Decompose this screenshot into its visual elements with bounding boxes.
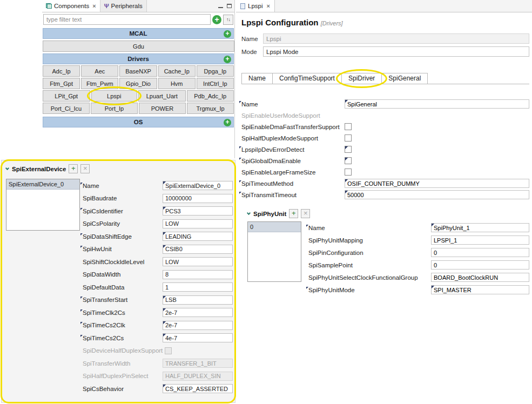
filter-row: + ↑↓ (42, 12, 234, 26)
tab-components[interactable]: Components × (42, 0, 100, 12)
spiphyunit-name-field[interactable] (431, 223, 529, 232)
list-item[interactable]: 0 (248, 222, 301, 232)
maximize-icon[interactable] (227, 4, 232, 8)
spiphyunit-header: SpiPhyUnit + × (247, 209, 529, 218)
minimize-icon[interactable] (218, 4, 223, 8)
component-port-ci-icu-button[interactable]: Port_Ci_Icu (43, 103, 90, 114)
spidefaultdata-field[interactable] (163, 282, 233, 292)
spicspolarity-field[interactable] (163, 219, 233, 228)
component-intctrl-ip-button[interactable]: IntCtrl_Ip (197, 78, 234, 89)
filter-input[interactable] (43, 14, 211, 25)
chevron-down-icon[interactable] (247, 211, 251, 214)
spiglobaldmaenable-checkbox[interactable] (345, 157, 352, 164)
tab-peripherals-label: Peripherals (111, 3, 143, 9)
component-hvm-button[interactable]: Hvm (158, 78, 196, 89)
editor-tab-lpspi[interactable]: Lpspi × (236, 0, 275, 12)
spicsbehavior-field[interactable] (163, 384, 233, 393)
name-field (263, 33, 529, 44)
remove-spiphyunit-button[interactable]: × (301, 209, 310, 218)
subtab-name-label: Name (248, 75, 266, 82)
category-os-label: OS (134, 119, 143, 125)
component-lpuart-uart-button[interactable]: Lpuart_Uart (138, 90, 186, 102)
spidatashiftedge-field[interactable] (163, 232, 233, 241)
chevron-down-icon[interactable] (5, 166, 9, 170)
lpspi-editor: Lpspi × Lpspi Configuration [Drivers] Na… (236, 0, 532, 404)
spihwunit-field[interactable] (163, 245, 233, 254)
spihalfduplexpinselect-field (163, 372, 233, 381)
sort-icon[interactable]: ↑↓ (223, 15, 233, 25)
add-icon[interactable]: + (224, 119, 231, 126)
name-field[interactable] (163, 181, 233, 190)
add-component-icon[interactable]: + (212, 15, 221, 24)
component-dpga-ip-button[interactable]: Dpga_Ip (197, 65, 234, 77)
spipinconfiguration-field[interactable] (431, 248, 529, 257)
component-gdu-button[interactable]: Gdu (43, 41, 234, 52)
spigeneral-form: Name SpiEnableUserModeSupport SpiEnableD… (241, 98, 529, 200)
spihalfduplexmodesupport-checkbox[interactable] (345, 134, 352, 142)
spitimeoutmethod-field[interactable] (345, 179, 529, 188)
component-ftm-pwm-button[interactable]: Ftm_Pwm (81, 78, 118, 89)
add-spiphyunit-button[interactable]: + (289, 209, 298, 218)
spienabledmafasttransfersupport-checkbox[interactable] (345, 123, 352, 130)
config-subtabs: Name ConfigTimeSupport SpiDriver SpiGene… (241, 73, 529, 84)
field-label: SpiDefaultData (83, 284, 163, 291)
spisamplepoint-field[interactable] (431, 260, 529, 270)
field-label: SpiTimeoutMethod (241, 180, 345, 187)
form-row: SpiTimeCs2Cs (83, 332, 233, 345)
category-os[interactable]: OS + (43, 117, 234, 127)
subtab-name[interactable]: Name (241, 73, 273, 84)
list-item[interactable]: SpiExternalDevice_0 (6, 179, 79, 190)
close-icon[interactable]: × (267, 3, 270, 9)
component-port-ip-button[interactable]: Port_Ip (91, 103, 138, 114)
category-drivers[interactable]: Drivers + (43, 53, 234, 64)
spiphyunitmode-field[interactable] (431, 285, 529, 294)
spicsidentifier-field[interactable] (163, 206, 233, 216)
component-lpspi-button[interactable]: Lpspi (91, 90, 138, 102)
form-row: SpiDeviceHalfDuplexSupport (83, 345, 233, 358)
spitransferwidth-field (163, 359, 233, 368)
component-basenxp-button[interactable]: BaseNXP (119, 65, 157, 77)
subtab-configtimesupport[interactable]: ConfigTimeSupport (273, 73, 342, 84)
spigeneral-name-field[interactable] (345, 99, 529, 109)
field-label: LpspiIpDevErrorDetect (241, 146, 345, 153)
spitimecs2clk-field[interactable] (163, 321, 233, 330)
spibaudrate-field[interactable] (163, 194, 233, 203)
component-trgmux-ip-button[interactable]: Trgmux_Ip (187, 103, 234, 114)
spiphyunit-title: SpiPhyUnit (253, 211, 286, 217)
subtab-spidriver[interactable]: SpiDriver (342, 73, 382, 84)
subtab-spigeneral[interactable]: SpiGeneral (382, 73, 428, 84)
component-cache-ip-button[interactable]: Cache_Ip (158, 65, 196, 77)
spiphyunitmapping-field[interactable] (431, 235, 529, 245)
spiexternaldevice-list[interactable]: SpiExternalDevice_0 (6, 179, 80, 231)
mode-field[interactable] (263, 46, 529, 57)
field-label: SpiDeviceHalfDuplexSupport (83, 347, 165, 354)
lpspiipdeverrordetect-checkbox[interactable] (345, 146, 352, 153)
mode-row: Mode (241, 46, 529, 57)
view-tabbar: Components × Ψ Peripherals (42, 0, 234, 12)
spiphyunitselectclockfunctionalgroup-field[interactable] (431, 273, 529, 282)
remove-spiexternaldevice-button[interactable]: × (80, 164, 90, 173)
spidatawidth-field[interactable] (163, 270, 233, 279)
spiphyunit-list[interactable]: 0 (247, 221, 301, 282)
spienablelargeframesize-checkbox[interactable] (345, 169, 352, 176)
component-adc-ip-button[interactable]: Adc_Ip (43, 65, 80, 77)
spitimecs2cs-field[interactable] (163, 333, 233, 342)
category-mcal[interactable]: MCAL + (43, 28, 234, 39)
spitransmittimeout-field[interactable] (345, 190, 529, 199)
field-label: SpiBaudrate (83, 195, 163, 201)
component-lpit-gpt-button[interactable]: LPit_Gpt (43, 90, 90, 102)
component-pdb-adc-ip-button[interactable]: Pdb_Adc_Ip (187, 90, 234, 102)
add-icon[interactable]: + (224, 30, 231, 38)
component-ftm-gpt-button[interactable]: Ftm_Gpt (43, 78, 80, 89)
close-icon[interactable]: × (92, 3, 96, 9)
component-gpio-dio-button[interactable]: Gpio_Dio (119, 78, 157, 89)
add-spiexternaldevice-button[interactable]: + (69, 164, 78, 173)
spishiftclockidlelevel-field[interactable] (163, 257, 233, 266)
add-icon[interactable]: + (224, 56, 231, 63)
tab-peripherals[interactable]: Ψ Peripherals (100, 0, 147, 12)
subtab-spidriver-label: SpiDriver (348, 75, 375, 82)
spitimeclk2cs-field[interactable] (163, 308, 233, 317)
component-aec-button[interactable]: Aec (81, 65, 118, 77)
component-power-button[interactable]: POWER (139, 103, 186, 114)
spitransferstart-field[interactable] (163, 295, 233, 305)
